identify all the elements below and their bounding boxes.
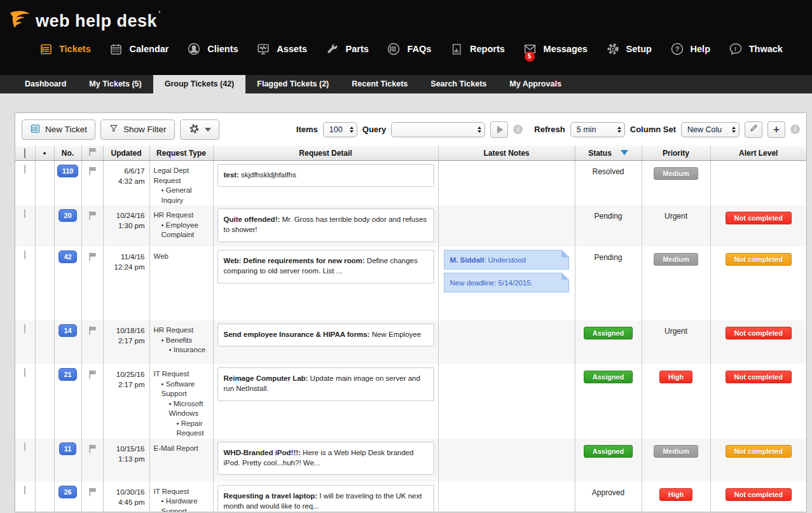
row-checkbox[interactable] [24,250,25,259]
select-all-checkbox[interactable] [24,148,25,158]
nav-item-clients[interactable]: Clients [186,41,238,57]
column-set-label: Column Set [630,125,676,134]
tab-flagged-tickets-2[interactable]: Flagged Tickets (2) [245,75,340,93]
ticket-note[interactable]: New deadline: 5/14/2015. [444,273,569,292]
request-detail-box[interactable]: Requesting a travel laptop: I will be tr… [217,485,434,512]
new-ticket-button[interactable]: New Ticket [22,120,95,140]
nav-item-reports[interactable]: Reports [449,41,505,57]
svg-text:!: ! [734,46,736,52]
request-type-line: Repair Request [177,419,211,439]
row-checkbox[interactable] [24,209,25,218]
nav-item-assets[interactable]: Assets [256,41,307,57]
tab-recent-tickets[interactable]: Recent Tickets [340,75,419,93]
priority-badge: High [659,371,692,383]
cell-priority: High [642,364,710,439]
column-header-label: Latest Notes [483,149,529,158]
row-checkbox[interactable] [24,486,25,495]
flag-icon[interactable] [88,369,97,381]
flag-icon[interactable] [88,325,97,337]
tab-my-approvals[interactable]: My Approvals [498,75,573,93]
nav-item-messages[interactable]: 5Messages [523,41,588,57]
ticket-number-badge[interactable]: 20 [58,209,76,222]
nav-item-setup[interactable]: Setup [605,41,652,57]
tab-group-tickets-42[interactable]: Group Tickets (42) [153,75,246,93]
run-query-button[interactable] [490,121,508,138]
request-detail-box[interactable]: WHD-Branded iPod!!!: Here is a Web Help … [217,442,434,475]
cell-request-detail: test: skjdfhskldjhfalfhs [213,161,438,206]
cell-status: Assigned [575,439,642,482]
clients-icon [186,41,202,57]
ticket-note[interactable]: M. Siddall: Understood [444,250,569,270]
cell-request-type: E-Mail Report [149,439,213,482]
column-header-select-all[interactable] [15,146,35,161]
nav-item-calendar[interactable]: Calendar [108,41,169,57]
tab-dashboard[interactable]: Dashboard [13,75,78,93]
reports-icon [449,41,464,57]
flag-icon[interactable] [88,252,97,263]
row-checkbox[interactable] [24,165,25,174]
edit-column-set-button[interactable] [745,121,762,138]
request-detail-subject: Web: Define requirements for new room: [224,257,365,264]
nav-item-faqs[interactable]: FAQs [386,41,431,57]
request-detail-box[interactable]: Send employee Insurance & HIPAA forms: N… [217,324,434,346]
ticket-number-badge[interactable]: 110 [57,165,79,177]
updated-date: 6/6/17 [104,166,145,176]
nav-item-parts[interactable]: Parts [325,41,369,57]
nav-item-tickets[interactable]: Tickets [38,41,91,57]
table-settings-button[interactable] [180,120,219,140]
flag-icon[interactable] [88,487,97,498]
flag-icon[interactable] [88,166,97,177]
refresh-select[interactable]: 5 min [570,122,625,137]
add-column-set-button[interactable] [767,121,785,138]
nav-item-thwack[interactable]: !Thwack [728,41,783,57]
ticket-number-badge[interactable]: 11 [59,442,77,455]
note-author: M. Siddall [450,256,485,264]
cell-unread [35,364,54,439]
query-info-icon[interactable] [513,125,523,134]
ticket-number-badge[interactable]: 21 [58,368,76,381]
column-header-unread[interactable]: • [35,146,54,161]
row-checkbox[interactable] [24,442,25,451]
request-detail-box[interactable]: test: skjdfhskldjhfalfhs [217,164,434,187]
flag-icon[interactable] [88,444,97,455]
refresh-label: Refresh [534,125,565,134]
request-detail-subject: Send employee Insurance & HIPAA forms: [224,331,370,338]
column-header-status[interactable]: Status [575,146,642,161]
column-header-priority[interactable]: Priority [642,146,710,161]
ticket-number-badge[interactable]: 26 [58,486,76,498]
new-ticket-label: New Ticket [45,125,87,134]
tab-my-tickets-5[interactable]: My Tickets (5) [78,75,153,93]
cell-latest-notes [438,364,575,439]
column-header-updated[interactable]: Updated [103,146,149,161]
column-header-alert-level[interactable]: Alert Level [710,146,806,161]
request-detail-box[interactable]: Reimage Computer Lab: Update main image … [217,367,434,401]
logo-text: web help desk [36,10,161,31]
column-header-number[interactable]: No. [54,146,81,161]
column-header-request-type[interactable]: Request Type [149,146,213,161]
request-detail-box[interactable]: Web: Define requirements for new room: D… [217,250,434,284]
query-select[interactable] [391,122,485,137]
tab-search-tickets[interactable]: Search Tickets [419,75,498,93]
items-select[interactable]: 100 [323,122,357,137]
cell-unread [35,161,54,206]
request-detail-box[interactable]: Quite offended!: Mr. Gross has terrible … [217,209,434,242]
column-set-select[interactable]: New Colu [681,122,740,137]
solarwinds-swirl-icon [9,9,32,32]
column-header-request-detail[interactable]: Request Detail [213,146,438,161]
ticket-number-badge[interactable]: 42 [58,250,76,263]
row-checkbox[interactable] [24,324,25,333]
row-checkbox[interactable] [24,368,25,377]
ticket-row: 1106/6/174:32 amLegal Dept RequestGenera… [15,161,806,206]
thwack-icon: ! [728,41,743,57]
column-set-info-icon[interactable] [790,125,800,134]
ticket-number-badge[interactable]: 14 [58,324,76,337]
nav-item-help[interactable]: ?Help [670,41,710,57]
column-header-flag[interactable] [81,146,103,161]
cell-number: 21 [54,364,81,439]
column-header-latest-notes[interactable]: Latest Notes [438,146,575,161]
cell-number: 26 [54,482,81,512]
flag-icon[interactable] [88,210,97,222]
show-filter-button[interactable]: Show Filter [100,120,175,140]
request-detail-subject: Requesting a travel laptop: [224,492,318,500]
chevron-down-icon [205,128,211,132]
